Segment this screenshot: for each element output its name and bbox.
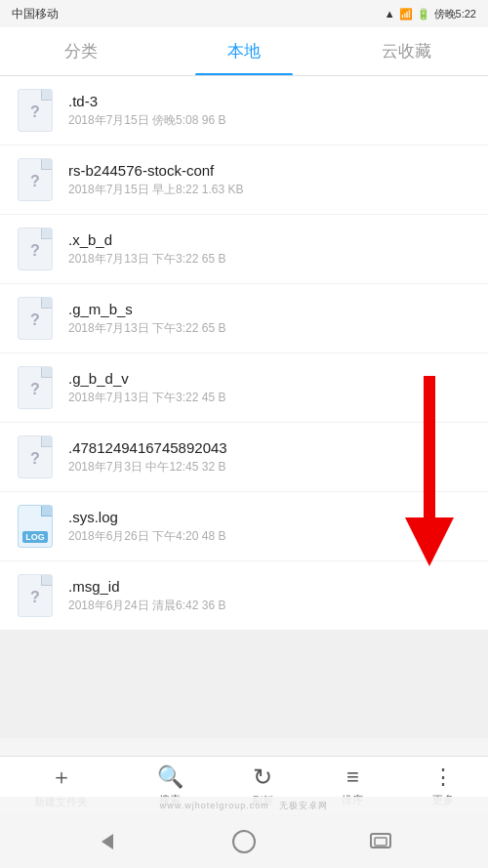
file-icon-wrapper: ?: [16, 157, 55, 202]
file-info: rs-b244576-stock-conf 2018年7月15日 早上8:22 …: [68, 162, 472, 198]
list-item[interactable]: ? .x_b_d 2018年7月13日 下午3:22 65 B: [0, 215, 488, 284]
file-icon-wrapper: LOG: [16, 504, 55, 549]
file-icon-wrapper: ?: [16, 88, 55, 133]
svg-marker-1: [405, 517, 454, 566]
sort-icon: ≡: [346, 765, 359, 790]
tab-local[interactable]: 本地: [163, 27, 326, 75]
doc-icon: ?: [18, 297, 53, 340]
file-icon-wrapper: ?: [16, 227, 55, 271]
log-icon: LOG: [18, 505, 53, 548]
tab-bar: 分类 本地 云收藏: [0, 27, 488, 76]
recents-button[interactable]: [366, 827, 395, 856]
file-info: .g_m_b_s 2018年7月13日 下午3:22 65 B: [68, 301, 472, 337]
plus-icon: ＋: [51, 763, 72, 792]
file-name: .td-3: [68, 93, 472, 109]
refresh-icon: ↻: [253, 764, 272, 791]
home-button[interactable]: [229, 827, 259, 856]
doc-icon: ?: [18, 435, 53, 478]
file-meta: 2018年7月15日 早上8:22 1.63 KB: [68, 182, 472, 198]
list-item[interactable]: ? .td-3 2018年7月15日 傍晚5:08 96 B: [0, 76, 488, 145]
back-arrow-icon: [102, 834, 113, 849]
list-item[interactable]: ? .g_m_b_s 2018年7月13日 下午3:22 65 B: [0, 284, 488, 353]
carrier-label: 中国移动: [12, 6, 59, 22]
doc-icon: ?: [18, 158, 53, 201]
tab-classify[interactable]: 分类: [0, 27, 163, 75]
svg-rect-3: [375, 838, 386, 846]
file-info: .td-3 2018年7月15日 傍晚5:08 96 B: [68, 93, 472, 129]
list-item[interactable]: ? rs-b244576-stock-conf 2018年7月15日 早上8:2…: [0, 145, 488, 215]
red-arrow-annotation: [400, 376, 459, 575]
recents-icon: [370, 833, 391, 850]
file-info: .msg_id 2018年6月24日 清晨6:42 36 B: [68, 578, 472, 614]
doc-icon: ?: [18, 89, 53, 132]
file-meta: 2018年7月13日 下午3:22 65 B: [68, 251, 472, 268]
status-bar: 中国移动 ▲ 📶 🔋 傍晚5:22: [0, 0, 488, 27]
wifi-icon: ▲: [385, 8, 395, 20]
file-info: .x_b_d 2018年7月13日 下午3:22 65 B: [68, 231, 472, 268]
file-name: rs-b244576-stock-conf: [68, 162, 472, 179]
file-name: .msg_id: [68, 578, 472, 595]
back-button[interactable]: [93, 827, 122, 856]
file-name: .x_b_d: [68, 231, 472, 248]
doc-icon: ?: [18, 227, 53, 270]
status-icons: ▲ 📶 🔋 傍晚5:22: [385, 7, 476, 21]
file-name: .g_m_b_s: [68, 301, 472, 317]
file-icon-wrapper: ?: [16, 296, 55, 341]
file-icon-wrapper: ?: [16, 573, 55, 618]
doc-icon: ?: [18, 366, 53, 409]
file-meta: 2018年7月13日 下午3:22 65 B: [68, 320, 472, 337]
time-label: 傍晚5:22: [434, 7, 476, 21]
file-icon-wrapper: ?: [16, 434, 55, 479]
file-meta: 2018年7月15日 傍晚5:08 96 B: [68, 112, 472, 129]
file-meta: 2018年6月24日 清晨6:42 36 B: [68, 598, 472, 614]
nav-bar: [0, 814, 488, 868]
home-circle-icon: [232, 830, 256, 853]
search-icon: 🔍: [157, 765, 183, 790]
more-icon: ⋮: [432, 765, 454, 790]
signal-icon: 📶: [399, 8, 413, 21]
tab-cloud[interactable]: 云收藏: [325, 27, 488, 75]
file-icon-wrapper: ?: [16, 365, 55, 410]
battery-icon: 🔋: [417, 8, 430, 21]
doc-icon: ?: [18, 574, 53, 617]
watermark: www.wjhotelgroup.com 无极安卓网: [0, 797, 488, 814]
